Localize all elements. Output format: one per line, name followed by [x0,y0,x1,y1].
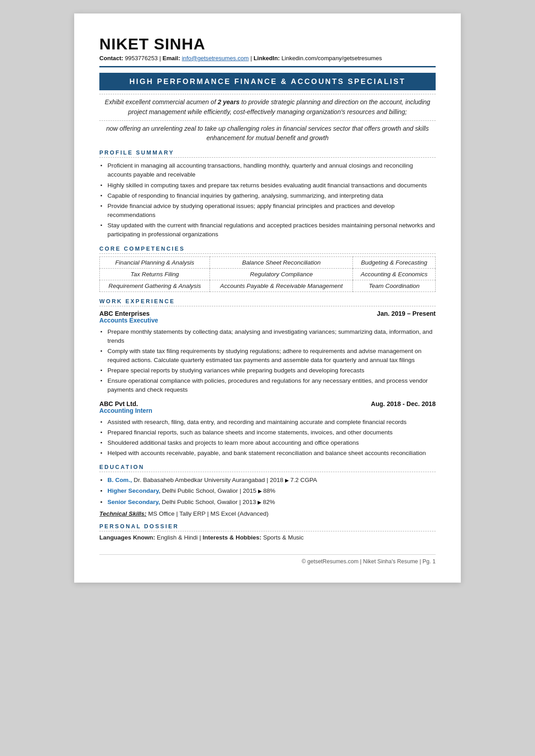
table-row: Financial Planning & Analysis Balance Sh… [100,256,436,268]
competencies-table: Financial Planning & Analysis Balance Sh… [99,256,436,292]
personal-dossier-heading: PERSONAL DOSSIER [99,523,436,531]
profile-summary-list: Proficient in managing all accounting tr… [99,159,436,239]
interests-label: Interests & Hobbies: [203,534,262,541]
work-dates: Jan. 2019 – Present [377,310,436,317]
contact-label: Contact: [99,55,123,62]
work-experience-heading: WORK EXPERIENCE [99,298,436,306]
email-label: Email: [162,55,180,62]
degree-link: Higher Secondary, [107,487,160,494]
edu-item-1: B. Com., Dr. Babasaheb Ambedkar Universi… [99,476,436,485]
dotted-rule-2 [99,120,436,121]
work-dates: Aug. 2018 - Dec. 2018 [371,400,436,407]
education-heading: EDUCATION [99,464,436,472]
list-item: Shouldered additional tasks and projects… [99,438,436,447]
degree-link: B. Com., [107,477,132,483]
core-competencies-heading: CORE COMPETENCIES [99,246,436,254]
phone: 9953776253 [125,55,158,62]
blue-divider [99,66,436,67]
list-item: Stay updated with the current with finan… [99,221,436,239]
company-name: ABC Pvt Ltd. [99,400,138,407]
tech-skills-value: MS Office | Tally ERP | MS Excel (Advanc… [148,510,269,517]
edu-detail: Delhi Public School, Gwalior | 2015 [160,487,256,494]
education-list: B. Com., Dr. Babasaheb Ambedkar Universi… [99,474,436,506]
list-item: Assisted with research, filing, data ent… [99,418,436,427]
table-cell: Requirement Gathering & Analysis [100,280,210,292]
table-cell: Financial Planning & Analysis [100,256,210,268]
candidate-name: NIKET SINHA [99,35,436,53]
table-cell: Regulatory Compliance [210,268,353,280]
work-entry-1: ABC Enterprises Jan. 2019 – Present Acco… [99,310,436,395]
table-cell: Accounting & Economics [353,268,436,280]
table-row: Tax Returns Filing Regulatory Compliance… [100,268,436,280]
list-item: Proficient in managing all accounting tr… [99,161,436,179]
table-cell: Tax Returns Filing [100,268,210,280]
summary-paragraph-1: Exhibit excellent commercial acumen of 2… [104,97,431,117]
company-name: ABC Enterprises [99,310,150,317]
edu-result: 88% [263,487,276,494]
edu-detail: Dr. Babasaheb Ambedkar University Aurang… [132,477,284,483]
email-link[interactable]: info@getsetresumes.com [182,55,249,62]
contact-line: Contact: 9953776253 | Email: info@getset… [99,55,436,62]
resume-page: NIKET SINHA Contact: 9953776253 | Email:… [74,13,461,583]
profile-summary-heading: PROFILE SUMMARY [99,150,436,158]
tech-skills-label: Technical Skills: [99,510,147,517]
work-bullets-2: Assisted with research, filing, data ent… [99,416,436,458]
table-cell: Team Coordination [353,280,436,292]
list-item: Highly skilled in computing taxes and pr… [99,181,436,190]
personal-dossier-row: Languages Known: English & Hindi | Inter… [99,534,436,541]
degree-link: Senior Secondary, [107,499,160,505]
work-company-row: ABC Enterprises Jan. 2019 – Present [99,310,436,317]
work-entry-2: ABC Pvt Ltd. Aug. 2018 - Dec. 2018 Accou… [99,400,436,458]
arrow-icon: ▶ [285,477,289,483]
edu-item-3: Senior Secondary, Delhi Public School, G… [99,498,436,507]
table-cell: Budgeting & Forecasting [353,256,436,268]
table-row: Requirement Gathering & Analysis Account… [100,280,436,292]
job-title: Accounting Intern [99,407,436,414]
edu-result: 82% [263,499,275,505]
list-item: Capable of responding to financial inqui… [99,191,436,200]
job-title: HIGH PERFORMANCE FINANCE & ACCOUNTS SPEC… [129,77,406,86]
arrow-icon: ▶ [258,488,262,494]
linkedin-value: Linkedin.com/company/getsetresumes [281,55,382,62]
edu-result: 7.2 CGPA [290,477,317,483]
list-item: Prepare monthly statements by collecting… [99,327,436,345]
job-title: Accounts Executive [99,317,436,324]
table-cell: Accounts Payable & Receivable Management [210,280,353,292]
interests-value: Sports & Music [263,534,303,541]
summary1-pre: Exhibit excellent commercial acumen of [105,98,218,106]
languages-label: Languages Known: [99,534,155,541]
edu-item-2: Higher Secondary, Delhi Public School, G… [99,486,436,495]
work-company-row: ABC Pvt Ltd. Aug. 2018 - Dec. 2018 [99,400,436,407]
technical-skills: Technical Skills: MS Office | Tally ERP … [99,510,436,517]
job-title-box: HIGH PERFORMANCE FINANCE & ACCOUNTS SPEC… [99,73,436,90]
list-item: Prepare special reports by studying vari… [99,366,436,375]
summary-paragraph-2: now offering an unrelenting zeal to take… [104,124,431,144]
edu-detail: Delhi Public School, Gwalior | 2013 [160,499,256,505]
footer: © getsetResumes.com | Niket Sinha's Resu… [99,554,436,565]
work-bullets-1: Prepare monthly statements by collecting… [99,326,436,395]
list-item: Provide financial advice by studying ope… [99,202,436,220]
summary1-bold: 2 years [218,98,240,106]
languages-value: English & Hindi [157,534,198,541]
dotted-rule-1 [99,94,436,94]
linkedin-label: LinkedIn: [254,55,280,62]
list-item: Ensure operational compliance with polic… [99,376,436,394]
list-item: Comply with state tax filing requirement… [99,347,436,365]
table-cell: Balance Sheet Reconciliation [210,256,353,268]
list-item: Prepared financial reports, such as bala… [99,428,436,437]
list-item: Helped with accounts receivable, payable… [99,449,436,458]
arrow-icon: ▶ [258,500,261,505]
